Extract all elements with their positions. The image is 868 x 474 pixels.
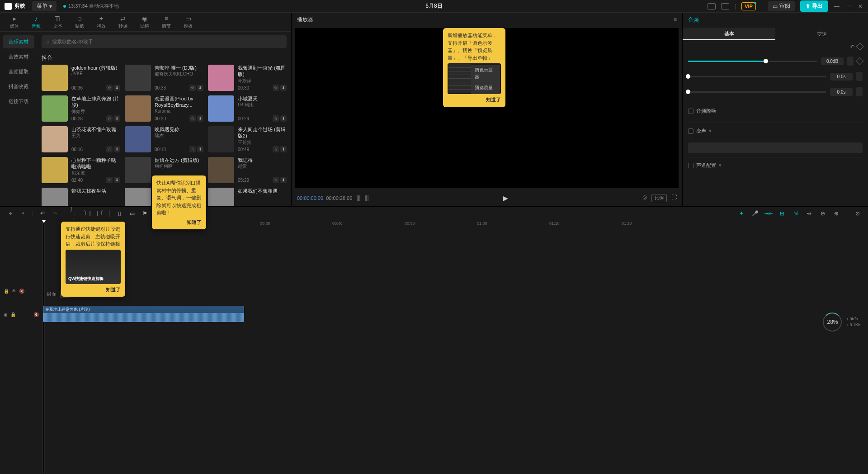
close-button[interactable]: ✕ (857, 3, 863, 9)
mute-icon[interactable]: 🔇 (19, 289, 24, 294)
layout-icon[interactable] (721, 3, 729, 9)
favorite-icon[interactable]: ☆ (189, 85, 196, 91)
search-field[interactable] (52, 39, 282, 44)
tab-speed[interactable]: 变速 (775, 28, 868, 40)
review-button[interactable]: ▭审阅 (768, 1, 795, 11)
music-card[interactable]: 带我去找夜生活☆⬇ (42, 188, 120, 206)
lock-icon[interactable]: 🔒 (10, 312, 16, 317)
pointer-tool[interactable]: ⌖ (5, 209, 15, 218)
split-left-tool[interactable]: 〕| (82, 209, 92, 218)
music-thumb[interactable] (42, 188, 68, 206)
music-card[interactable]: 在草地上肆意奔跑 (片段)傅如乔00:28☆⬇ (42, 95, 120, 122)
pointer-dropdown[interactable]: ▾ (18, 209, 28, 218)
zoom-fit-icon[interactable]: ⊙ (853, 209, 863, 218)
music-thumb[interactable] (208, 126, 234, 152)
audio-clip[interactable]: 在草地上肆意奔跑 (片段) (43, 306, 244, 322)
voice-check[interactable] (688, 128, 693, 134)
music-thumb[interactable] (42, 126, 68, 152)
minimize-button[interactable]: — (834, 3, 840, 9)
mute-icon[interactable]: 🔇 (33, 312, 39, 317)
search-input[interactable]: ⌕ (42, 35, 287, 48)
download-icon[interactable]: ⬇ (114, 177, 120, 183)
undo-tool[interactable]: ↶ (38, 209, 47, 218)
sidebar-item[interactable]: 音频提取 (3, 65, 34, 78)
download-icon[interactable]: ⬇ (280, 85, 287, 91)
favorite-icon[interactable]: ☆ (273, 85, 279, 91)
download-icon[interactable]: ⬇ (197, 115, 203, 122)
cover-label[interactable]: 封面 (47, 291, 57, 298)
noise-check[interactable] (688, 109, 693, 114)
favorite-icon[interactable]: ☆ (106, 146, 113, 152)
fadein-stepper[interactable] (856, 72, 863, 81)
keyboard-icon[interactable] (708, 3, 716, 9)
fadein-value[interactable]: 0.0s (830, 73, 853, 81)
lock-icon[interactable]: 🔒 (4, 289, 9, 294)
favorite-icon[interactable]: ☆ (189, 115, 196, 122)
sidebar-item[interactable]: 抖音收藏 (3, 80, 34, 93)
zoom-out-icon[interactable]: ⊖ (818, 209, 828, 218)
music-thumb[interactable] (125, 188, 151, 206)
favorite-icon[interactable]: ☆ (106, 85, 113, 91)
music-thumb[interactable] (42, 157, 68, 183)
ratio-button[interactable]: 比例 (651, 194, 667, 202)
voice-select[interactable] (688, 142, 863, 153)
redo-tool[interactable]: ↷ (50, 209, 60, 218)
download-icon[interactable]: ⬇ (197, 85, 203, 91)
favorite-icon[interactable]: ☆ (273, 146, 279, 152)
music-thumb[interactable] (208, 188, 234, 206)
music-card[interactable]: 我曾遇到一束光 (氛围版)叶斯淳00:30☆⬇ (208, 65, 287, 91)
player-menu-icon[interactable]: ≡ (674, 16, 677, 23)
mode-tab-7[interactable]: ≡调节 (156, 13, 176, 31)
mode-tab-3[interactable]: ☺贴纸 (70, 13, 90, 31)
channel-check[interactable] (688, 163, 693, 168)
magic-icon[interactable]: ✦ (736, 209, 746, 218)
align-2-icon[interactable]: ⊟ (777, 209, 787, 218)
eye-icon[interactable]: 👁 (12, 289, 16, 294)
fadeout-slider[interactable] (688, 91, 826, 93)
favorite-icon[interactable]: ☆ (189, 146, 196, 152)
download-icon[interactable]: ⬇ (114, 85, 120, 91)
tooltip-dismiss-button[interactable]: 知道了 (448, 96, 501, 104)
tab-basic[interactable]: 基本 (683, 28, 775, 40)
playhead[interactable] (44, 220, 44, 474)
music-thumb[interactable] (42, 65, 68, 91)
music-thumb[interactable] (208, 157, 234, 183)
volume-stepper[interactable] (847, 57, 854, 66)
music-thumb[interactable] (125, 65, 151, 91)
mode-tab-1[interactable]: ♪音频 (26, 13, 46, 31)
music-card[interactable]: 如果我们不曾相遇☆⬇ (208, 188, 287, 206)
music-thumb[interactable] (125, 95, 151, 122)
video-track-head[interactable]: 🔒 👁 🔇 (0, 285, 42, 297)
fadeout-value[interactable]: 0.0s (830, 88, 853, 96)
music-card[interactable]: golden hour (剪辑版)JVKE00:36☆⬇ (42, 65, 120, 91)
split-tool[interactable]: 〕〔 (70, 209, 80, 218)
download-icon[interactable]: ⬇ (114, 146, 120, 152)
download-icon[interactable]: ⬇ (280, 115, 287, 122)
view-mode-1-icon[interactable] (357, 195, 360, 201)
mode-tab-8[interactable]: ▭模板 (178, 13, 198, 31)
fadein-slider[interactable] (688, 76, 826, 77)
volume-value[interactable]: 0.0dB (821, 57, 844, 65)
split-right-tool[interactable]: |〔 (95, 209, 105, 218)
fadeout-stepper[interactable] (856, 87, 863, 96)
align-1-icon[interactable]: ⇥⇤ (764, 209, 774, 218)
mode-tab-2[interactable]: TI文本 (48, 13, 68, 31)
download-icon[interactable]: ⬇ (114, 115, 120, 122)
sidebar-item[interactable]: 音乐素材 (3, 35, 34, 48)
align-4-icon[interactable]: ⇔ (804, 209, 814, 218)
play-button[interactable]: ▶ (503, 194, 508, 202)
music-card[interactable]: 苦咖啡·唯一 (DJ版)那奇沃夫/KKECHO00:33☆⬇ (125, 65, 203, 91)
audio-track-head[interactable]: ◉ 🔒 🔇 (0, 308, 42, 320)
favorite-icon[interactable]: ☆ (273, 177, 279, 183)
mode-tab-6[interactable]: ◉滤镜 (135, 13, 155, 31)
download-icon[interactable]: ⬇ (197, 146, 203, 152)
align-3-icon[interactable]: ⇲ (791, 209, 801, 218)
volume-slider[interactable] (688, 61, 817, 62)
music-card[interactable]: 心里种下一颗种子哒啦滴哒啦贝乐虎02:40☆⬇ (42, 157, 120, 183)
voice-change-section[interactable]: 变声▾ (688, 123, 863, 139)
maximize-button[interactable]: □ (845, 3, 852, 9)
vol-keyframe-icon[interactable] (856, 57, 864, 65)
music-thumb[interactable] (208, 65, 234, 91)
music-card[interactable]: 山茶花读不懂白玫瑰王为00:16☆⬇ (42, 126, 120, 152)
music-card[interactable]: 小城夏天LBI利比00:29☆⬇ (208, 95, 287, 122)
